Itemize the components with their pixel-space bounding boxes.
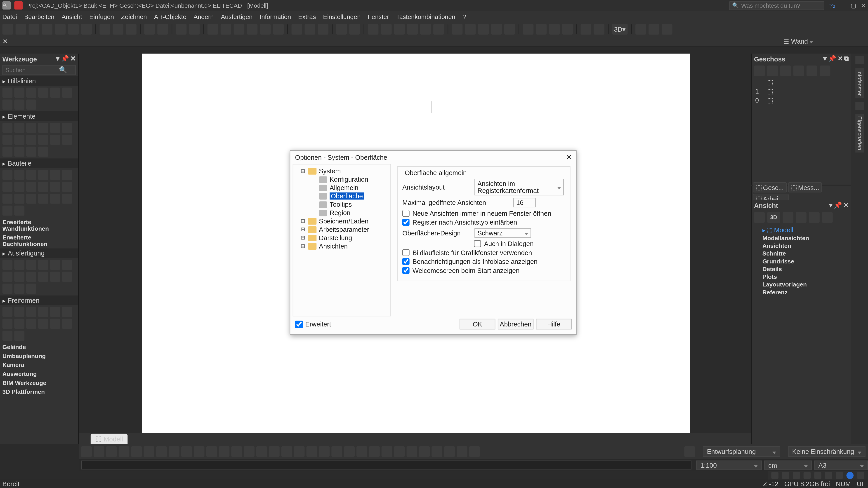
tool-icon[interactable] (2, 88, 13, 98)
tb-icon[interactable] (452, 24, 463, 34)
menu-ansicht[interactable]: Ansicht (61, 13, 82, 20)
pin-icon[interactable]: 📌 (834, 201, 842, 209)
tool-icon[interactable] (26, 284, 36, 294)
menu-einstellungen[interactable]: Einstellungen (323, 13, 361, 20)
geschoss-icon[interactable] (780, 66, 791, 76)
tool-icon[interactable] (2, 99, 13, 109)
btool-icon[interactable] (432, 446, 442, 457)
btool-icon[interactable] (144, 446, 154, 457)
tool-icon[interactable] (14, 194, 24, 204)
tb-icon[interactable] (649, 24, 659, 34)
tool-icon[interactable] (2, 194, 13, 204)
tool-icon[interactable] (26, 194, 36, 204)
tool-icon[interactable] (62, 319, 72, 329)
tb-icon[interactable] (478, 24, 489, 34)
btool-icon[interactable] (406, 446, 417, 457)
tool-icon[interactable] (26, 307, 36, 317)
tb-icon[interactable] (536, 24, 547, 34)
tool-search[interactable]: 🔍 (2, 65, 76, 75)
tb-cancel-icon[interactable]: ✕ (2, 37, 8, 45)
geschoss-icon[interactable] (754, 66, 765, 76)
tool-icon[interactable] (2, 205, 13, 216)
tool-icon[interactable] (38, 260, 49, 270)
help-badge[interactable]: ?₂ (829, 2, 835, 8)
tree-node-tooltips[interactable]: Tooltips (294, 200, 389, 208)
chk-welcome[interactable] (402, 267, 410, 274)
tool-icon[interactable] (50, 135, 60, 145)
menu-extras[interactable]: Extras (298, 13, 316, 20)
cell[interactable]: ⬚ (767, 96, 848, 104)
pin-icon[interactable]: 📌 (61, 55, 69, 63)
cat-erw-wand[interactable]: Erweiterte Wandfunktionen (0, 218, 78, 233)
tree-item[interactable]: Layoutvorlagen (752, 281, 851, 288)
btool-icon[interactable] (281, 446, 292, 457)
tray-icon[interactable] (825, 471, 832, 479)
search-icon[interactable]: 🔍 (59, 66, 67, 74)
tool-icon[interactable] (38, 307, 49, 317)
dock-icon[interactable] (855, 56, 864, 64)
tree-node-system[interactable]: ⊟System (294, 167, 389, 175)
vtab-eigenschaften[interactable]: Eigenschaften (855, 113, 864, 152)
tool-icon[interactable] (2, 147, 13, 157)
wand-dropdown[interactable]: ☰ Wand (783, 37, 861, 45)
view-3d-icon[interactable]: 3D (767, 212, 780, 223)
minimize-icon[interactable]: — (840, 2, 846, 8)
tool-icon[interactable] (50, 88, 60, 98)
tb-icon[interactable] (349, 24, 360, 34)
tb-icon[interactable] (523, 24, 533, 34)
tool-icon[interactable] (26, 123, 36, 133)
panel-close-icon[interactable]: ✕ (70, 55, 76, 63)
tree-node-speichern[interactable]: ⊞Speichern/Laden (294, 217, 389, 225)
tool-icon[interactable] (2, 271, 13, 282)
tree-node-allgemein[interactable]: Allgemein (294, 184, 389, 192)
cat-auswertung[interactable]: Auswertung (0, 369, 78, 379)
tb-icon[interactable] (291, 24, 302, 34)
btool-icon[interactable] (244, 446, 254, 457)
tb-icon[interactable] (221, 24, 231, 34)
tool-icon[interactable] (62, 123, 72, 133)
tool-icon[interactable] (62, 194, 72, 204)
tree-item[interactable]: Plots (752, 273, 851, 281)
tree-item[interactable]: Details (752, 265, 851, 273)
tb-undo-icon[interactable] (144, 24, 155, 34)
tb-icon[interactable] (68, 24, 79, 34)
tb-icon[interactable] (420, 24, 431, 34)
tool-icon[interactable] (62, 271, 72, 282)
cell[interactable]: ⬚ (767, 78, 848, 86)
tool-icon[interactable] (2, 135, 13, 145)
tool-icon[interactable] (14, 260, 24, 270)
tb-icon[interactable] (594, 24, 604, 34)
tree-node-konfiguration[interactable]: Konfiguration (294, 175, 389, 184)
tray-icon[interactable] (857, 471, 864, 479)
section-elemente[interactable]: ▸ Elemente (0, 111, 78, 121)
btool-icon[interactable] (331, 446, 342, 457)
tool-icon[interactable] (26, 319, 36, 329)
format-dropdown[interactable]: A3 (814, 460, 868, 470)
command-input[interactable] (81, 460, 691, 469)
tool-icon[interactable] (14, 284, 24, 294)
tb-icon[interactable] (504, 24, 515, 34)
tb-icon[interactable] (176, 24, 186, 34)
btool-icon[interactable] (294, 446, 305, 457)
btool-icon[interactable] (306, 446, 317, 457)
view-icon[interactable] (782, 212, 793, 223)
menu-bearbeiten[interactable]: Bearbeiten (24, 13, 55, 20)
tool-icon[interactable] (2, 260, 13, 270)
model-tab[interactable]: ⬚ Modell (91, 434, 128, 444)
help-button[interactable]: Hilfe (536, 319, 572, 329)
cell[interactable]: 0 (755, 96, 763, 104)
tb-icon[interactable] (260, 24, 271, 34)
btool-icon[interactable] (457, 446, 467, 457)
tool-icon[interactable] (2, 182, 13, 192)
menu-help[interactable]: ? (463, 13, 466, 20)
btool-icon[interactable] (181, 446, 192, 457)
tool-icon[interactable] (26, 170, 36, 180)
tool-icon[interactable] (2, 319, 13, 329)
tb-paste-icon[interactable] (126, 24, 136, 34)
tool-icon[interactable] (26, 260, 36, 270)
tree-node-arbeitsparameter[interactable]: ⊞Arbeitsparameter (294, 225, 389, 234)
tool-icon[interactable] (38, 319, 49, 329)
tray-icon[interactable] (804, 471, 811, 479)
btool-icon[interactable] (469, 446, 480, 457)
tb-icon[interactable] (368, 24, 378, 34)
